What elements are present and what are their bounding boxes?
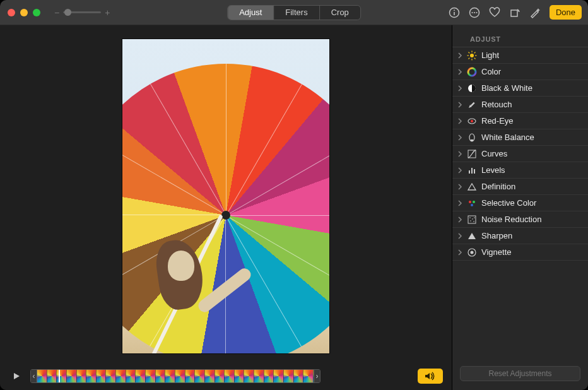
svg-line-13 bbox=[469, 52, 470, 53]
svg-rect-25 bbox=[471, 168, 473, 174]
favorite-icon[interactable] bbox=[489, 7, 500, 18]
trim-handle-right[interactable]: › bbox=[314, 370, 320, 382]
svg-point-17 bbox=[468, 68, 476, 76]
svg-point-33 bbox=[470, 220, 471, 222]
adjust-item-label: Selective Color bbox=[481, 198, 536, 208]
sharpen-icon bbox=[467, 231, 477, 241]
zoom-out-icon: − bbox=[54, 8, 59, 17]
svg-point-29 bbox=[471, 204, 473, 206]
adjust-item-sharpen[interactable]: Sharpen bbox=[452, 228, 588, 244]
zoom-in-icon: + bbox=[105, 8, 110, 17]
tab-adjust[interactable]: Adjust bbox=[228, 6, 274, 20]
tab-filters[interactable]: Filters bbox=[274, 6, 319, 20]
video-scrubber[interactable]: ‹ › bbox=[30, 369, 320, 383]
rotate-icon[interactable] bbox=[509, 7, 520, 18]
adjust-item-noise[interactable]: Noise Reduction bbox=[452, 211, 588, 228]
svg-rect-30 bbox=[468, 216, 476, 223]
zoom-slider[interactable]: − + bbox=[54, 8, 110, 17]
noise-icon bbox=[467, 215, 477, 225]
adjust-item-label: Definition bbox=[481, 182, 515, 191]
adjust-item-label: Retouch bbox=[481, 100, 512, 109]
chevron-right-icon bbox=[457, 85, 462, 92]
adjust-item-label: Curves bbox=[481, 149, 507, 158]
chevron-right-icon bbox=[457, 233, 462, 239]
chevron-right-icon bbox=[457, 118, 462, 124]
zoom-knob[interactable] bbox=[64, 9, 71, 16]
light-icon bbox=[467, 50, 477, 61]
vignette-icon bbox=[467, 247, 477, 257]
definition-icon bbox=[467, 182, 477, 192]
selectivecolor-icon bbox=[467, 198, 477, 208]
svg-point-32 bbox=[472, 218, 473, 220]
video-scrubber-row: ‹ › bbox=[0, 367, 452, 390]
adjust-item-levels[interactable]: Levels bbox=[452, 162, 588, 179]
more-icon[interactable] bbox=[469, 7, 480, 18]
svg-point-6 bbox=[476, 11, 477, 13]
tab-crop[interactable]: Crop bbox=[320, 6, 360, 20]
adjust-item-label: Noise Reduction bbox=[481, 215, 541, 224]
adjust-item-bw[interactable]: Black & White bbox=[452, 80, 588, 97]
audio-button[interactable] bbox=[418, 369, 443, 384]
app-body: ‹ › ADJUST Light bbox=[0, 25, 588, 390]
svg-point-37 bbox=[471, 251, 474, 254]
adjust-item-label: Red-Eye bbox=[481, 116, 514, 126]
adjust-item-whitebalance[interactable]: White Balance bbox=[452, 129, 588, 146]
adjust-item-retouch[interactable]: Retouch bbox=[452, 97, 588, 113]
chevron-right-icon bbox=[457, 200, 462, 206]
adjust-item-label: Vignette bbox=[481, 247, 511, 257]
close-window-button[interactable] bbox=[8, 9, 15, 16]
photo-viewer bbox=[0, 25, 452, 367]
trim-handle-left[interactable]: ‹ bbox=[31, 370, 37, 382]
autoenhance-icon[interactable] bbox=[529, 7, 541, 18]
photo-preview[interactable] bbox=[122, 38, 330, 354]
play-button[interactable] bbox=[9, 370, 24, 382]
svg-line-14 bbox=[474, 57, 476, 59]
fullscreen-window-button[interactable] bbox=[33, 9, 40, 16]
svg-line-15 bbox=[474, 52, 476, 53]
adjust-item-label: Black & White bbox=[481, 83, 532, 93]
redeye-icon bbox=[467, 116, 477, 126]
mode-tabs: Adjust Filters Crop bbox=[227, 5, 361, 20]
svg-rect-1 bbox=[454, 12, 455, 15]
curves-icon bbox=[467, 149, 477, 159]
reset-adjustments-button[interactable]: Reset Adjustments bbox=[460, 366, 580, 381]
done-button[interactable]: Done bbox=[550, 5, 582, 20]
adjust-item-vignette[interactable]: Vignette bbox=[452, 244, 588, 261]
toolbar-right: Done bbox=[449, 5, 582, 20]
svg-point-4 bbox=[471, 11, 473, 13]
titlebar: − + Adjust Filters Crop bbox=[0, 0, 588, 25]
adjust-item-label: Color bbox=[481, 67, 501, 76]
adjust-item-color[interactable]: Color bbox=[452, 64, 588, 80]
minimize-window-button[interactable] bbox=[20, 9, 28, 16]
svg-point-28 bbox=[473, 201, 475, 203]
chevron-right-icon bbox=[457, 102, 462, 108]
svg-point-5 bbox=[474, 11, 475, 13]
adjust-list: Light Color Black & White Retouch bbox=[452, 47, 588, 366]
zoom-track[interactable] bbox=[63, 11, 101, 13]
chevron-right-icon bbox=[457, 167, 462, 174]
adjust-item-redeye[interactable]: Red-Eye bbox=[452, 113, 588, 129]
adjust-item-definition[interactable]: Definition bbox=[452, 179, 588, 195]
chevron-right-icon bbox=[457, 69, 462, 75]
whitebalance-icon bbox=[467, 133, 477, 143]
playhead[interactable] bbox=[59, 369, 60, 383]
svg-line-16 bbox=[469, 57, 470, 59]
chevron-right-icon bbox=[457, 249, 462, 256]
adjust-sidebar: ADJUST Light Color Black & White bbox=[452, 25, 588, 390]
svg-rect-26 bbox=[474, 169, 475, 174]
sidebar-header: ADJUST bbox=[452, 29, 588, 47]
adjust-item-light[interactable]: Light bbox=[452, 47, 588, 64]
svg-point-27 bbox=[469, 201, 471, 203]
info-icon[interactable] bbox=[449, 7, 460, 18]
adjust-item-label: Levels bbox=[481, 165, 505, 175]
svg-point-31 bbox=[469, 217, 471, 218]
svg-point-21 bbox=[471, 120, 473, 122]
retouch-icon bbox=[467, 100, 477, 110]
chevron-right-icon bbox=[457, 134, 462, 141]
adjust-item-label: Light bbox=[481, 50, 499, 60]
adjust-item-curves[interactable]: Curves bbox=[452, 146, 588, 162]
window-controls bbox=[8, 9, 40, 16]
svg-rect-7 bbox=[511, 10, 517, 16]
adjust-item-selectivecolor[interactable]: Selective Color bbox=[452, 195, 588, 211]
svg-point-8 bbox=[470, 54, 474, 57]
